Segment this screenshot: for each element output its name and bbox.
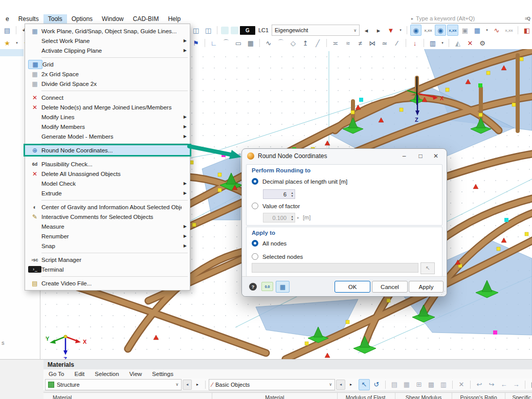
menu-item-delete-all-unassigned[interactable]: ✕ Delete All Unassigned Objects [25,169,190,179]
cancel-button[interactable]: Cancel [372,281,408,293]
menu-item-center-of-gravity[interactable]: ◐ Center of Gravity and Information Abou… [25,202,190,212]
menu-item-terminal[interactable]: ›_ Terminal [25,264,190,274]
maximize-button[interactable]: □ [413,151,428,161]
apply-button[interactable]: Apply [409,281,444,293]
decimal-places-radio-row[interactable]: Decimal places of length unit [m] [252,178,347,185]
category-next-button[interactable]: ▸ [346,380,356,390]
member-joint-icon[interactable]: ⋈ [367,37,378,49]
menu-item-create-video-file[interactable]: ▤ Create Video File... [25,278,190,288]
display-properties-button[interactable]: ▦ [276,281,290,293]
clipping-box-icon[interactable]: ▭ [233,37,244,49]
line-curve-icon[interactable]: ∿ [263,37,274,49]
help-button[interactable]: ? [246,281,260,293]
resize-grip[interactable]: ⋰ [441,291,445,295]
materials-panel-title[interactable]: Materials [43,360,532,370]
all-nodes-radio[interactable] [252,240,258,247]
member-division-icon[interactable]: ≃ [379,37,390,49]
node-raise-icon[interactable]: ↥ [300,37,311,49]
table-filter-icon[interactable]: ▩ [426,379,437,390]
solid-box-icon[interactable]: ◇ [287,37,299,49]
col-shear-modulus[interactable]: Shear Modulus [395,393,452,399]
abacus-panel-icon[interactable]: ▥ [427,37,438,49]
pointer-flag-icon[interactable]: ⚑ [190,37,202,49]
table-category-combo[interactable]: ∕ Basic Objects ∨ [209,379,335,390]
menu-tools[interactable]: Tools [43,14,67,24]
menu-item-generate-model-members[interactable]: Generate Model - Members ▶ [25,131,190,141]
menu-item-2x-grid-space[interactable]: ▦ 2x Grid Space [25,69,190,79]
category-prev-button[interactable]: ◂ [336,380,345,390]
units-settings-button[interactable]: 0.0 [261,282,273,291]
loadcase-id-label[interactable]: LC1 [256,25,271,36]
new-table-icon[interactable]: ▤ [2,25,13,36]
table-dropdown-icon[interactable]: ▾ [484,25,490,36]
video-frames-icon[interactable]: ▦ [245,37,256,49]
col-material-left[interactable]: Material [43,393,212,399]
left-panel-tab[interactable] [0,49,24,56]
decimal-places-spinner[interactable]: 6 ▲▼ [263,189,295,199]
panel-menu-view[interactable]: View [124,371,147,377]
menu-item-select-work-plane[interactable]: Select Work Plane ▶ [25,36,190,46]
values-off-icon[interactable]: x,xx [503,25,515,36]
mirror-icon[interactable]: ◭ [452,37,463,49]
new-model-dropdown-icon[interactable]: ▾ [14,37,20,49]
col-left-icon[interactable]: ← [498,379,509,390]
window-layout-icon[interactable]: ▣ [528,379,532,390]
show-deformation-icon[interactable]: ◉ [435,25,446,36]
delete-selected-icon[interactable]: ✕ [464,37,476,49]
select-pointer-icon[interactable]: ↖ [359,379,370,390]
menu-item-delete-nodes-merge[interactable]: ✕ Delete Node(s) and Merge Joined Lines/… [25,102,190,112]
menu-item-activate-clipping-plane[interactable]: Activate Clipping Plane ▶ [25,46,190,55]
menu-results[interactable]: Results [14,14,43,24]
panel-dropdown-icon[interactable]: ▾ [439,37,446,49]
visibility-box-icon[interactable]: ▫ [221,27,229,34]
col-right-icon[interactable]: → [511,379,522,390]
search-icon[interactable]: ≡Q [525,16,530,21]
prev-loadcase-button[interactable]: ◂ [361,25,372,36]
table-cells-icon[interactable]: ▥ [438,379,449,390]
minimize-button[interactable]: – [396,151,412,161]
menu-item-interactive-comments[interactable]: ✎ Interactive Comments for Selected Obje… [25,212,190,221]
result-diagram-icon[interactable]: ∿ [491,25,502,36]
table-next-button[interactable]: ▸ [193,380,202,390]
table-prev-button[interactable]: ◂ [183,380,192,390]
col-material-mid[interactable]: Material [212,393,338,399]
new-model-icon[interactable]: ★ [2,37,13,49]
values-on-surfaces-icon[interactable]: x,xx [447,25,458,36]
table-insert-icon[interactable]: ⊞ [413,379,425,390]
value-of-factor-radio-row[interactable]: Value of factor [252,203,300,209]
menu-item-work-plane-grid-snap[interactable]: ▦ Work Plane, Grid/Snap, Object Snap, Gu… [25,26,190,36]
menu-item-connect[interactable]: ✕ Connect [25,93,190,102]
panel-menu-edit[interactable]: Edit [69,371,90,377]
menu-item-snap[interactable]: Snap ▶ [25,241,190,251]
menu-help[interactable]: Help [163,14,185,24]
menu-item-model-check[interactable]: Model Check ▶ [25,179,190,188]
menu-item-script-manager[interactable]: ›sc Script Manager [25,255,190,264]
camera-settings-icon[interactable]: ⚙ [477,37,488,49]
menu-item-round-node-coordinates[interactable]: ⊕ Round Node Coordinates... [25,145,190,155]
diagonal-member-icon[interactable]: ╱ [312,37,323,49]
col-poissons-ratio[interactable]: Poisson's Ratio [452,393,505,399]
close-button[interactable]: ✕ [428,151,444,161]
loadcase-combo[interactable]: Eigengewicht ∨ [272,25,360,36]
result-values-icon[interactable]: x,xx [423,25,434,36]
show-results-icon[interactable]: ◉ [410,25,422,36]
table-group-combo[interactable]: Structure ∨ [45,379,182,390]
table-view-icon[interactable]: ▤ [389,379,400,390]
menu-file-partial[interactable]: e [1,14,14,24]
panel-menu-selection[interactable]: Selection [90,371,124,377]
menu-window[interactable]: Window [97,14,128,24]
member-slope-icon[interactable]: ∕ [391,37,403,49]
work-plane-icon[interactable]: ∟ [208,37,219,49]
menu-item-modify-lines[interactable]: Modify Lines ▶ [25,112,190,122]
member-release-icon[interactable]: ≈ [342,37,353,49]
menu-item-extrude[interactable]: Extrude ▶ [25,188,190,198]
decimal-places-radio[interactable] [252,178,258,185]
menu-item-renumber[interactable]: Renumber ▶ [25,231,190,241]
paste-window2-icon[interactable]: ◫ [203,25,214,36]
table-edit-icon[interactable]: ▦ [401,379,412,390]
clipping-plane-icon[interactable]: ⌒ [220,37,232,49]
menu-item-divide-grid-space-2x[interactable]: ▦ Divide Grid Space 2x [25,79,190,88]
all-nodes-radio-row[interactable]: All nodes [252,240,286,247]
visibility-box2-icon[interactable]: ▫ [231,27,238,34]
filter-dropdown-icon[interactable]: ▾ [397,25,404,36]
